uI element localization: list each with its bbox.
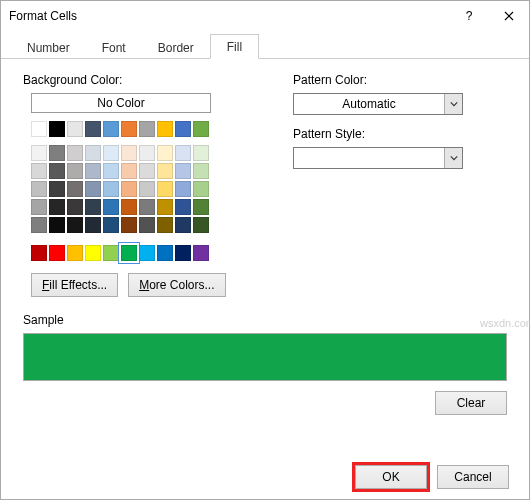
color-swatch[interactable]: [193, 245, 209, 261]
color-swatch[interactable]: [67, 163, 83, 179]
color-swatch[interactable]: [67, 199, 83, 215]
palette-row: [31, 181, 253, 197]
color-swatch[interactable]: [139, 121, 155, 137]
no-color-button[interactable]: No Color: [31, 93, 211, 113]
color-swatch[interactable]: [157, 163, 173, 179]
dialog-footer: OK Cancel: [1, 455, 529, 499]
color-swatch[interactable]: [103, 217, 119, 233]
color-swatch[interactable]: [67, 181, 83, 197]
fill-effects-rem: ill Effects...: [49, 278, 107, 292]
color-swatch[interactable]: [85, 217, 101, 233]
color-swatch[interactable]: [49, 145, 65, 161]
watermark: wsxdn.com: [480, 317, 530, 329]
more-colors-button[interactable]: More Colors...: [128, 273, 225, 297]
color-swatch[interactable]: [121, 217, 137, 233]
color-swatch[interactable]: [85, 163, 101, 179]
color-swatch[interactable]: [85, 121, 101, 137]
tab-font[interactable]: Font: [86, 36, 142, 59]
color-swatch[interactable]: [31, 217, 47, 233]
color-swatch[interactable]: [139, 145, 155, 161]
tab-number[interactable]: Number: [11, 36, 86, 59]
color-swatch[interactable]: [157, 145, 173, 161]
color-swatch[interactable]: [85, 245, 101, 261]
color-swatch[interactable]: [139, 217, 155, 233]
color-swatch[interactable]: [121, 121, 137, 137]
color-swatch[interactable]: [67, 217, 83, 233]
color-swatch[interactable]: [121, 199, 137, 215]
color-swatch[interactable]: [49, 163, 65, 179]
color-swatch[interactable]: [85, 181, 101, 197]
tab-fill[interactable]: Fill: [210, 34, 259, 59]
color-swatch[interactable]: [175, 145, 191, 161]
color-swatch[interactable]: [31, 181, 47, 197]
pattern-style-label: Pattern Style:: [293, 127, 507, 141]
cancel-button[interactable]: Cancel: [437, 465, 509, 489]
color-swatch[interactable]: [157, 217, 173, 233]
color-swatch[interactable]: [175, 217, 191, 233]
color-swatch[interactable]: [157, 245, 173, 261]
color-swatch[interactable]: [31, 145, 47, 161]
color-swatch[interactable]: [121, 181, 137, 197]
color-swatch[interactable]: [175, 245, 191, 261]
palette-row: [31, 199, 253, 215]
color-swatch[interactable]: [193, 145, 209, 161]
color-swatch[interactable]: [67, 245, 83, 261]
color-swatch[interactable]: [103, 163, 119, 179]
color-swatch[interactable]: [139, 199, 155, 215]
pattern-color-dropdown[interactable]: Automatic: [293, 93, 463, 115]
palette-row: [31, 163, 253, 179]
close-button[interactable]: [489, 1, 529, 31]
color-swatch[interactable]: [31, 199, 47, 215]
color-swatch[interactable]: [67, 145, 83, 161]
color-swatch[interactable]: [31, 163, 47, 179]
color-swatch[interactable]: [49, 199, 65, 215]
ok-button[interactable]: OK: [355, 465, 427, 489]
color-swatch[interactable]: [175, 199, 191, 215]
color-swatch[interactable]: [193, 199, 209, 215]
color-swatch[interactable]: [49, 121, 65, 137]
color-swatch[interactable]: [103, 121, 119, 137]
color-swatch[interactable]: [31, 121, 47, 137]
color-swatch[interactable]: [193, 121, 209, 137]
sample-preview: [23, 333, 507, 381]
sample-label: Sample: [23, 313, 507, 327]
color-swatch[interactable]: [103, 181, 119, 197]
color-swatch[interactable]: [103, 145, 119, 161]
clear-button[interactable]: Clear: [435, 391, 507, 415]
color-swatch[interactable]: [175, 163, 191, 179]
tab-strip: Number Font Border Fill: [1, 31, 529, 59]
color-swatch[interactable]: [157, 181, 173, 197]
pattern-style-dropdown[interactable]: [293, 147, 463, 169]
pattern-color-label: Pattern Color:: [293, 73, 507, 87]
color-swatch[interactable]: [193, 163, 209, 179]
color-swatch[interactable]: [103, 245, 119, 261]
help-button[interactable]: ?: [449, 1, 489, 31]
color-swatch[interactable]: [193, 217, 209, 233]
color-swatch[interactable]: [175, 121, 191, 137]
pattern-color-value: Automatic: [294, 94, 444, 114]
color-swatch[interactable]: [121, 245, 137, 261]
chevron-down-icon: [444, 94, 462, 114]
color-swatch[interactable]: [103, 199, 119, 215]
titlebar: Format Cells ?: [1, 1, 529, 31]
color-swatch[interactable]: [157, 199, 173, 215]
color-swatch[interactable]: [49, 245, 65, 261]
color-swatch[interactable]: [85, 199, 101, 215]
color-swatch[interactable]: [31, 245, 47, 261]
tab-border[interactable]: Border: [142, 36, 210, 59]
color-swatch[interactable]: [49, 217, 65, 233]
color-swatch[interactable]: [85, 145, 101, 161]
color-swatch[interactable]: [121, 145, 137, 161]
color-swatch[interactable]: [67, 121, 83, 137]
color-swatch[interactable]: [49, 181, 65, 197]
color-swatch[interactable]: [139, 163, 155, 179]
color-swatch[interactable]: [193, 181, 209, 197]
color-swatch[interactable]: [139, 181, 155, 197]
color-swatch[interactable]: [139, 245, 155, 261]
fill-effects-button[interactable]: Fill Effects...: [31, 273, 118, 297]
color-swatch[interactable]: [121, 163, 137, 179]
more-colors-rem: ore Colors...: [149, 278, 214, 292]
color-swatch[interactable]: [175, 181, 191, 197]
palette-row: [31, 217, 253, 233]
color-swatch[interactable]: [157, 121, 173, 137]
